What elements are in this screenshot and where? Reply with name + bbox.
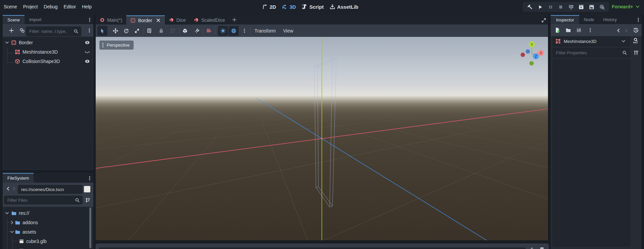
scene-filter-input[interactable] [26, 29, 74, 34]
gizmo-neg-y-ball[interactable] [530, 61, 534, 66]
toggle-environment-button[interactable] [229, 26, 239, 36]
new-resource-icon[interactable] [555, 27, 560, 33]
history-forward-icon[interactable] [624, 28, 629, 33]
visibility-hidden-icon[interactable] [85, 49, 90, 55]
tree-row-res[interactable]: res:// [3, 208, 93, 218]
run-specific-scene-button[interactable] [589, 4, 594, 10]
workspace-script-button[interactable]: Script [299, 0, 327, 13]
lock-selected-button[interactable] [156, 26, 166, 36]
view-axes-gizmo[interactable]: Y X Z [513, 37, 547, 69]
renderer-selector[interactable]: Forward+ [612, 0, 640, 13]
menu-help[interactable]: Help [79, 0, 95, 13]
nav-back-icon[interactable] [5, 186, 11, 191]
chevron-down-icon[interactable] [4, 40, 10, 45]
scene-dock-menu-icon[interactable] [87, 17, 92, 22]
workspace-assetlib-button[interactable]: AssetLib [327, 0, 361, 13]
gizmo-neg-z-ball[interactable] [526, 49, 530, 54]
gizmo-neg-x-ball[interactable] [521, 53, 525, 57]
sun-environment-menu-button[interactable] [239, 26, 249, 36]
gizmo-x-ball[interactable]: X [538, 50, 544, 56]
toggle-sun-button[interactable] [218, 26, 228, 36]
workspace-3d-button[interactable]: 3D [279, 0, 299, 13]
scene-tree-menu-icon[interactable] [87, 28, 92, 33]
tool-rotate-button[interactable] [121, 26, 131, 36]
tab-filesystem[interactable]: FileSystem [3, 173, 34, 183]
manage-properties-icon[interactable] [633, 50, 639, 55]
gizmo-z-ball[interactable]: Z [533, 53, 539, 59]
tree-row-partial[interactable] [3, 246, 93, 249]
menu-debug[interactable]: Debug [41, 0, 60, 13]
tab-node[interactable]: Node [579, 15, 598, 24]
visibility-visible-icon[interactable] [85, 59, 90, 64]
tree-row-collisionshape3d[interactable]: CollisionShape3D [3, 57, 93, 66]
fs-scrollbar[interactable] [89, 207, 91, 248]
viewport-3d[interactable]: Perspective Y X Z [96, 37, 548, 240]
tree-row-cube3glb[interactable]: cube3.glb [3, 237, 93, 246]
filesystem-menu-icon[interactable] [87, 176, 92, 181]
tool-list-select-button[interactable] [144, 26, 154, 36]
transform-menu[interactable]: Transform [250, 28, 280, 34]
toggle-split-mode-button[interactable] [84, 186, 90, 192]
use-local-space-button[interactable] [180, 26, 190, 36]
add-node-button[interactable] [9, 28, 14, 33]
edit-history-icon[interactable] [633, 27, 639, 33]
menu-project[interactable]: Project [20, 0, 41, 13]
fs-filter-input[interactable] [4, 198, 75, 203]
chevron-down-icon[interactable] [9, 229, 15, 235]
nav-forward-icon[interactable] [11, 186, 17, 191]
open-docs-icon[interactable]: DOC [633, 38, 638, 44]
group-selected-button[interactable] [168, 26, 178, 36]
scene-tab-dice[interactable]: Dice [165, 15, 190, 24]
tree-row-meshinstance3d[interactable]: MeshInstance3D [3, 47, 93, 57]
menu-scene[interactable]: Scene [1, 0, 20, 13]
scene-file-icon [19, 239, 24, 244]
play-button[interactable] [538, 4, 543, 10]
chevron-down-icon[interactable] [4, 210, 10, 216]
add-scene-tab-icon[interactable] [232, 17, 237, 22]
viewport-3d-scene[interactable] [96, 37, 548, 240]
preview-camera-button[interactable] [204, 26, 214, 36]
tree-row-addons[interactable]: addons [3, 218, 93, 227]
visibility-visible-icon[interactable] [85, 40, 90, 45]
movie-maker-button[interactable] [599, 4, 605, 10]
scene-tab-border[interactable]: Border [126, 15, 165, 24]
node-selector-box[interactable]: MeshInstance3D [553, 36, 630, 46]
workspace-2d-button[interactable]: 2D [259, 0, 279, 13]
inspector-filter-input[interactable] [553, 50, 622, 55]
chevron-right-icon[interactable] [9, 220, 15, 225]
tree-row-border[interactable]: Border [3, 38, 93, 47]
pause-button[interactable] [548, 4, 553, 10]
run-remote-debug-button[interactable] [568, 4, 574, 10]
tool-move-button[interactable] [110, 26, 121, 36]
scene-tab-scaleddice[interactable]: ScaledDice [190, 15, 229, 24]
output-bottom-panel[interactable] [96, 244, 549, 249]
expand-viewport-icon[interactable] [541, 18, 546, 23]
resource-menu-icon[interactable] [588, 27, 593, 33]
file-sort-icon[interactable] [85, 197, 90, 203]
tree-row-assets[interactable]: assets [3, 227, 93, 237]
save-resource-icon[interactable] [576, 27, 582, 33]
menu-editor[interactable]: Editor [61, 0, 79, 13]
perspective-menu-button[interactable]: Perspective [99, 41, 134, 50]
build-button[interactable] [527, 4, 533, 10]
run-current-scene-button[interactable] [579, 4, 584, 10]
instance-scene-button[interactable] [19, 28, 25, 33]
output-clear-icon[interactable] [539, 247, 545, 249]
close-tab-icon[interactable] [156, 18, 161, 23]
gizmo-y-ball[interactable]: Y [529, 42, 535, 48]
use-snap-button[interactable] [192, 26, 202, 36]
stop-button[interactable] [558, 4, 563, 10]
tab-import[interactable]: Import [25, 15, 46, 24]
tab-inspector[interactable]: Inspector [551, 15, 579, 24]
tool-select-button[interactable] [97, 26, 107, 36]
fs-path-input[interactable] [18, 187, 82, 192]
view-menu[interactable]: View [280, 28, 296, 34]
history-back-icon[interactable] [616, 28, 621, 33]
tab-scene[interactable]: Scene [3, 15, 25, 24]
output-copy-icon[interactable] [529, 247, 535, 249]
inspector-menu-icon[interactable] [636, 17, 641, 22]
load-resource-icon[interactable] [565, 27, 571, 33]
tool-scale-button[interactable] [132, 26, 142, 36]
scene-tab-main[interactable]: Main(*) [96, 15, 126, 24]
tab-history[interactable]: History [599, 15, 622, 24]
